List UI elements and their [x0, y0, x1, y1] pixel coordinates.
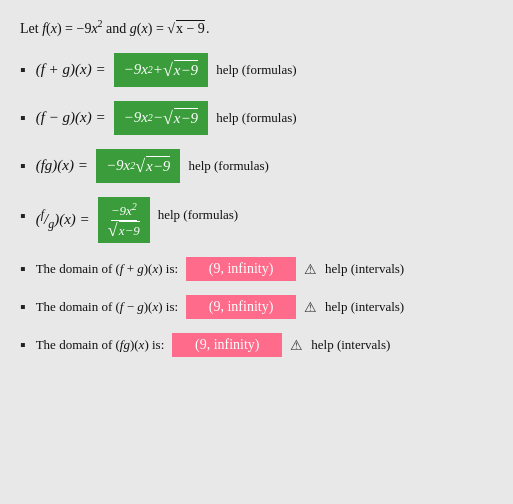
domain-label-fg: The domain of (fg)(x) is:	[36, 337, 165, 353]
bullet-2: ▪	[20, 109, 26, 127]
label-f-plus-g: (f + g)(x) =	[36, 61, 106, 78]
help-fg[interactable]: help (formulas)	[188, 158, 269, 174]
answer-f-plus-g: −9x2 + √x−9	[114, 53, 209, 87]
domain-bullet-1: ▪	[20, 260, 26, 278]
help-f-plus-g[interactable]: help (formulas)	[216, 62, 297, 78]
label-fg: (fg)(x) =	[36, 157, 88, 174]
row-f-over-g: ▪ (f/g)(x) = −9x2 √x−9 help (formulas)	[20, 197, 493, 244]
domain-row-f-plus-g: ▪ The domain of (f + g)(x) is: (9, infin…	[20, 257, 493, 281]
domain-value-fg: (9, infinity)	[172, 333, 282, 357]
domain-help-f-plus-g[interactable]: help (intervals)	[325, 261, 404, 277]
domain-row-f-minus-g: ▪ The domain of (f − g)(x) is: (9, infin…	[20, 295, 493, 319]
domain-row-fg: ▪ The domain of (fg)(x) is: (9, infinity…	[20, 333, 493, 357]
domain-bullet-2: ▪	[20, 298, 26, 316]
header-text: Let f(x) = −9x2 and g(x) = √x − 9.	[20, 18, 493, 37]
warning-icon-2: ⚠	[304, 299, 317, 316]
domain-bullet-3: ▪	[20, 336, 26, 354]
label-f-minus-g: (f − g)(x) =	[36, 109, 106, 126]
answer-f-over-g: −9x2 √x−9	[98, 197, 150, 244]
row-fg: ▪ (fg)(x) = −9x2 √x−9 help (formulas)	[20, 149, 493, 183]
bullet-1: ▪	[20, 61, 26, 79]
answer-fg: −9x2 √x−9	[96, 149, 180, 183]
domain-value-f-plus-g: (9, infinity)	[186, 257, 296, 281]
row-f-plus-g: ▪ (f + g)(x) = −9x2 + √x−9 help (formula…	[20, 53, 493, 87]
help-f-over-g[interactable]: help (formulas)	[158, 207, 239, 223]
warning-icon-1: ⚠	[304, 261, 317, 278]
bullet-4: ▪	[20, 207, 26, 225]
answer-f-minus-g: −9x2 − √x−9	[114, 101, 209, 135]
domain-label-f-plus-g: The domain of (f + g)(x) is:	[36, 261, 178, 277]
domain-help-f-minus-g[interactable]: help (intervals)	[325, 299, 404, 315]
domain-label-f-minus-g: The domain of (f − g)(x) is:	[36, 299, 178, 315]
bullet-3: ▪	[20, 157, 26, 175]
domain-value-f-minus-g: (9, infinity)	[186, 295, 296, 319]
warning-icon-3: ⚠	[290, 337, 303, 354]
help-f-minus-g[interactable]: help (formulas)	[216, 110, 297, 126]
domain-help-fg[interactable]: help (intervals)	[311, 337, 390, 353]
label-f-over-g: (f/g)(x) =	[36, 207, 90, 232]
row-f-minus-g: ▪ (f − g)(x) = −9x2 − √x−9 help (formula…	[20, 101, 493, 135]
